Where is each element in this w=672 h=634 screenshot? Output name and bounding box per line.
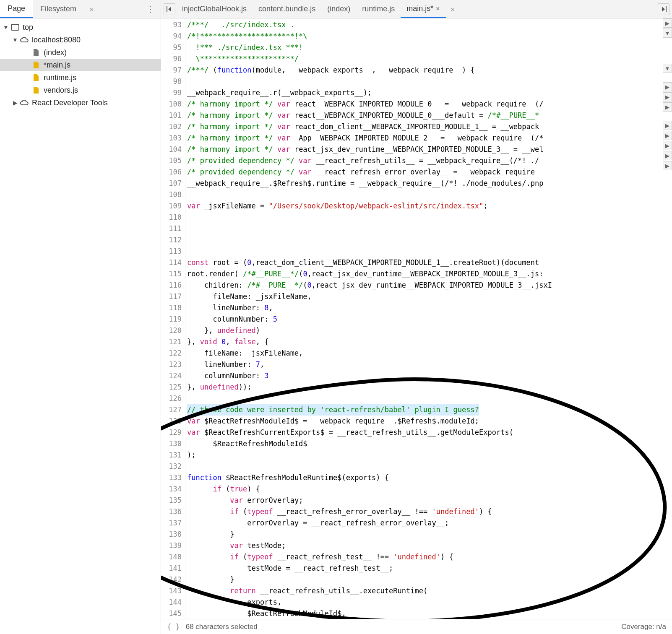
main-area: injectGlobalHook.jscontent.bundle.js(ind… bbox=[161, 0, 672, 634]
coverage-status: Coverage: n/a bbox=[621, 623, 666, 631]
nav-next-button[interactable] bbox=[658, 3, 669, 15]
code-line bbox=[187, 461, 672, 472]
code-line: exports, bbox=[187, 597, 672, 608]
scroll-stub[interactable]: ▶ bbox=[663, 131, 672, 140]
editor-tab[interactable]: injectGlobalHook.js bbox=[176, 0, 253, 18]
code-line: if (typeof __react_refresh_test__ !== 'u… bbox=[187, 551, 672, 563]
scroll-stub[interactable]: ▶ bbox=[663, 151, 672, 160]
editor-tab[interactable]: (index) bbox=[321, 0, 356, 18]
code-line: fileName: _jsxFileName, bbox=[187, 291, 672, 302]
code-line: var $ReactRefreshModuleId$ = __webpack_r… bbox=[187, 416, 672, 427]
editor-tab-label: (index) bbox=[327, 5, 350, 13]
editor-tabs-overflow[interactable]: » bbox=[447, 5, 459, 13]
tree-arrow-icon: ▶ bbox=[12, 99, 18, 106]
tree-row[interactable]: ▼localhost:8080 bbox=[0, 34, 161, 46]
code-line: function $ReactRefreshModuleRuntime$(exp… bbox=[187, 472, 672, 483]
selection-status: 68 characters selected bbox=[186, 623, 258, 631]
code-line bbox=[187, 246, 672, 257]
code-line: fileName: _jsxFileName, bbox=[187, 348, 672, 359]
scroll-stub[interactable]: ▼ bbox=[663, 64, 672, 73]
code-line: /* provided dependency */ var __react_re… bbox=[187, 166, 672, 178]
code-line: var $ReactRefreshCurrentExports$ = __rea… bbox=[187, 427, 672, 438]
sidebar: Page Filesystem » ⋮ ▼top▼localhost:8080(… bbox=[0, 0, 161, 634]
code-line: // these code were inserted by 'react-re… bbox=[187, 404, 672, 416]
editor-tab-label: injectGlobalHook.js bbox=[182, 5, 247, 13]
code-line: \**********************/ bbox=[187, 53, 672, 65]
cloud-icon bbox=[19, 36, 29, 44]
code-line: /* harmony import */ var react_dom_clien… bbox=[187, 121, 672, 133]
editor-tab[interactable]: runtime.js bbox=[356, 0, 401, 18]
line-gutter: 9394959697989910010110210310410510610710… bbox=[161, 18, 185, 619]
close-icon[interactable]: × bbox=[436, 5, 440, 13]
svg-rect-0 bbox=[11, 24, 19, 30]
code-area[interactable]: 9394959697989910010110210310410510610710… bbox=[161, 18, 672, 619]
tree-row[interactable]: (index) bbox=[0, 46, 161, 59]
code-line: const root = (0,react_dom_client__WEBPAC… bbox=[187, 257, 672, 268]
tree-label: vendors.js bbox=[44, 86, 78, 95]
code-line bbox=[187, 212, 672, 223]
code-line: if (true) { bbox=[187, 483, 672, 495]
scroll-stub[interactable]: ▶ bbox=[663, 102, 672, 112]
scroll-stub[interactable]: ▶ bbox=[663, 141, 672, 150]
code-line: /* provided dependency */ var __react_re… bbox=[187, 155, 672, 166]
editor-tab[interactable]: content.bundle.js bbox=[253, 0, 321, 18]
code-line: /*!**********************!*\ bbox=[187, 31, 672, 42]
frame-icon bbox=[10, 23, 20, 31]
file-yellow-icon bbox=[31, 61, 41, 69]
code-line bbox=[187, 223, 672, 234]
code-line: /* harmony import */ var _App__WEBPACK_I… bbox=[187, 133, 672, 144]
code-line: /* harmony import */ var react__WEBPACK_… bbox=[187, 110, 672, 121]
sidebar-menu-button[interactable]: ⋮ bbox=[141, 4, 161, 14]
code-line: /***/ (function(module, __webpack_export… bbox=[187, 65, 672, 76]
tree-arrow-icon: ▼ bbox=[12, 36, 18, 43]
code-line: } bbox=[187, 574, 672, 585]
file-tree[interactable]: ▼top▼localhost:8080(index)*main.jsruntim… bbox=[0, 18, 161, 634]
code-line: children: /*#__PURE__*/(0,react_jsx_dev_… bbox=[187, 280, 672, 291]
sidebar-tab-filesystem[interactable]: Filesystem bbox=[33, 0, 84, 18]
scroll-stub[interactable]: ▶ bbox=[663, 161, 672, 170]
tree-row[interactable]: *main.js bbox=[0, 59, 161, 71]
tree-label: top bbox=[23, 23, 33, 32]
tree-row[interactable]: vendors.js bbox=[0, 84, 161, 96]
code-line: testMode = __react_refresh_test__; bbox=[187, 563, 672, 574]
code-line: $ReactRefreshModuleId$ bbox=[187, 438, 672, 450]
code-line: if (typeof __react_refresh_error_overlay… bbox=[187, 506, 672, 517]
file-grey-icon bbox=[31, 48, 41, 57]
code-line bbox=[187, 234, 672, 246]
scroll-stub[interactable]: ▶ bbox=[663, 82, 672, 91]
nav-prev-button[interactable] bbox=[164, 3, 175, 15]
tree-label: localhost:8080 bbox=[32, 36, 81, 44]
tree-row[interactable]: runtime.js bbox=[0, 71, 161, 84]
sidebar-tabs: Page Filesystem » ⋮ bbox=[0, 0, 161, 18]
code-line: columnNumber: 5 bbox=[187, 314, 672, 325]
code-line: var errorOverlay; bbox=[187, 495, 672, 506]
code-line: lineNumber: 7, bbox=[187, 359, 672, 370]
tree-label: runtime.js bbox=[44, 73, 76, 82]
code-line: __webpack_require__.r(__webpack_exports_… bbox=[187, 87, 672, 99]
code-line: __webpack_require__.$Refresh$.runtime = … bbox=[187, 178, 672, 189]
code-content[interactable]: /***/ ./src/index.tsx ./*!**************… bbox=[185, 18, 672, 619]
editor-tab[interactable]: main.js*× bbox=[401, 0, 445, 18]
nav-prev-icon bbox=[166, 6, 173, 12]
tree-row[interactable]: ▶React Developer Tools bbox=[0, 96, 161, 109]
tree-label: React Developer Tools bbox=[32, 99, 108, 107]
pretty-print-button[interactable]: { } bbox=[167, 623, 180, 631]
scroll-stub[interactable]: ▼ bbox=[663, 29, 672, 38]
sidebar-tabs-overflow[interactable]: » bbox=[84, 5, 99, 13]
scroll-stub[interactable]: ▶ bbox=[663, 18, 672, 28]
code-line: $ReactRefreshModuleId$, bbox=[187, 608, 672, 619]
editor-tab-label: runtime.js bbox=[362, 5, 395, 13]
sidebar-tab-page[interactable]: Page bbox=[0, 0, 33, 18]
scroll-stub[interactable]: ▶ bbox=[663, 92, 672, 101]
tree-row[interactable]: ▼top bbox=[0, 21, 161, 34]
file-yellow-icon bbox=[31, 73, 41, 82]
code-line: }, void 0, false, { bbox=[187, 336, 672, 348]
svg-rect-2 bbox=[666, 6, 667, 12]
code-line: }, undefined)); bbox=[187, 382, 672, 393]
code-line: !*** ./src/index.tsx ***! bbox=[187, 42, 672, 53]
code-line: } bbox=[187, 529, 672, 540]
code-line: return __react_refresh_utils__.executeRu… bbox=[187, 585, 672, 597]
scroll-stub[interactable]: ▶ bbox=[663, 121, 672, 130]
code-line: var _jsxFileName = "/Users/sook/Desktop/… bbox=[187, 200, 672, 212]
code-line: }, undefined) bbox=[187, 325, 672, 336]
